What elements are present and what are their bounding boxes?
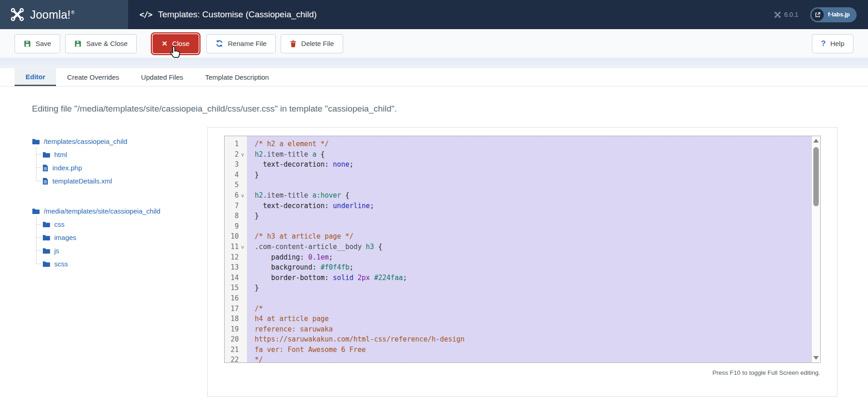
code-token-comment: fa ver: Font Awesome 6 Free — [255, 346, 366, 354]
line-number: 4 — [225, 170, 240, 180]
help-button[interactable]: ? Help — [812, 34, 853, 53]
tree-folder-item[interactable]: js — [42, 244, 207, 257]
scrollbar-thumb[interactable] — [813, 147, 819, 206]
code-line: reference: saruwaka — [247, 324, 812, 335]
tab-create-overrides[interactable]: Create Overrides — [56, 68, 130, 86]
fold-spacer — [240, 262, 247, 273]
code-line: */ — [247, 355, 812, 362]
code-token-number: 0.1em — [308, 253, 329, 261]
code-token-qualifier: .item-title — [263, 150, 308, 158]
gutter-row: 10 — [225, 231, 247, 242]
gutter-row: 17 — [225, 304, 247, 314]
code-token-hex: #224faa — [374, 274, 403, 282]
line-number: 10 — [225, 231, 240, 242]
save-and-close-button[interactable]: Save & Close — [65, 34, 137, 53]
tab-updated-files[interactable]: Updated Files — [130, 68, 195, 86]
code-token-plain — [362, 243, 366, 251]
gutter-row: 19 — [225, 324, 247, 335]
gutter-row: 8 — [225, 211, 247, 221]
tree-children: cssimagesjsscss — [32, 218, 207, 270]
fold-spacer — [240, 139, 247, 149]
folder-icon — [42, 260, 50, 267]
code-token-plain: { — [316, 150, 324, 158]
save-button[interactable]: Save — [15, 34, 60, 53]
line-number: 1 — [225, 139, 240, 149]
site-name: f-labs.jp — [828, 11, 850, 18]
editor-code-area[interactable]: /* h2 a element */h2.item-title a { text… — [247, 136, 812, 362]
code-token-comment: h4 at article page — [255, 315, 329, 323]
brand-text: Joomla!® — [30, 8, 75, 21]
code-token-plain: } — [255, 212, 259, 220]
rename-file-button[interactable]: Rename File — [206, 34, 276, 53]
scrollbar-down-arrow-icon[interactable] — [813, 356, 819, 360]
folder-icon — [42, 151, 50, 158]
code-token-plain: ; — [349, 160, 354, 168]
fold-spacer — [240, 334, 247, 345]
scrollbar-up-arrow-icon[interactable] — [813, 139, 819, 143]
tree-folder-item[interactable]: /media/templates/site/cassiopeia_child — [32, 204, 207, 218]
fullscreen-hint: Press F10 to toggle Full Screen editing. — [225, 369, 820, 376]
trash-icon — [290, 40, 297, 47]
gutter-row: 7 — [225, 201, 247, 211]
tree-folder-item[interactable]: html — [42, 148, 207, 161]
code-line: fa ver: Font Awesome 6 Free — [247, 345, 812, 355]
code-line: } — [247, 283, 812, 293]
tab-template-description[interactable]: Template Description — [194, 68, 280, 86]
fold-chevron-icon[interactable]: v — [240, 149, 247, 160]
code-icon: </> — [139, 10, 152, 19]
tree-folder-item[interactable]: scss — [42, 257, 207, 270]
code-token-tag: h2 — [255, 191, 263, 199]
line-number: 17 — [225, 304, 240, 314]
button-label: Save & Close — [86, 40, 128, 47]
code-token-property: text-decoration: — [255, 160, 333, 168]
delete-file-button[interactable]: Delete File — [281, 34, 343, 53]
save-icon — [74, 40, 82, 47]
fold-spacer — [240, 231, 247, 242]
tab-strip: EditorCreate OverridesUpdated FilesTempl… — [0, 68, 868, 87]
fold-chevron-icon[interactable]: v — [240, 242, 247, 252]
close-x-icon: ✕ — [162, 40, 168, 48]
code-token-plain: ; — [403, 274, 407, 282]
fold-spacer — [240, 180, 247, 190]
code-line — [247, 293, 812, 304]
fold-spacer — [240, 324, 247, 335]
tree-item-label: css — [54, 220, 65, 228]
tree-file-item[interactable]: templateDetails.xml — [42, 174, 207, 188]
tree-item-label: /templates/cassiopeia_child — [44, 138, 127, 145]
code-token-atom: underline — [333, 202, 370, 210]
tree-folder-item[interactable]: images — [42, 231, 207, 244]
tree-folder-item[interactable]: css — [42, 218, 207, 231]
tab-editor[interactable]: Editor — [15, 68, 56, 86]
external-link-icon — [812, 9, 824, 21]
fold-spacer — [240, 252, 247, 263]
tree-folder-item[interactable]: /templates/cassiopeia_child — [32, 135, 207, 148]
tree-file-item[interactable]: index.php — [42, 161, 207, 174]
gutter-row: 9 — [225, 221, 247, 232]
code-line: border-bottom: solid 2px #224faa; — [247, 273, 812, 283]
code-token-comment: /* — [255, 305, 263, 313]
code-token-plain — [354, 274, 358, 282]
line-number: 7 — [225, 201, 240, 211]
code-token-property: padding: — [255, 253, 308, 261]
site-preview-button[interactable]: f-labs.jp — [810, 7, 857, 22]
toolbar-buttons: SaveSave & Close✕CloseRename FileDelete … — [15, 34, 812, 53]
fold-chevron-icon[interactable]: v — [240, 190, 247, 201]
top-header: Joomla!® </> Templates: Customise (Cassi… — [0, 0, 868, 29]
editor-scrollbar[interactable] — [812, 136, 820, 362]
code-token-plain: } — [255, 171, 259, 179]
gutter-row: 12 — [225, 252, 247, 263]
code-token-plain: ; — [349, 263, 354, 271]
tree-item-label: scss — [54, 260, 68, 268]
version-text: 6.0.1 — [784, 11, 798, 18]
code-editor[interactable]: 12v3456v7891011v1213141516171819202122 /… — [225, 136, 820, 362]
line-number: 8 — [225, 211, 240, 221]
gutter-row: 20 — [225, 334, 247, 345]
tree-item-label: html — [54, 151, 67, 158]
code-line: } — [247, 211, 812, 221]
line-number: 20 — [225, 334, 240, 345]
close-button[interactable]: ✕Close — [153, 34, 199, 53]
code-token-plain: } — [255, 284, 259, 292]
code-token-comment: /* h2 a element */ — [255, 140, 329, 148]
question-icon: ? — [821, 39, 826, 48]
folder-icon — [32, 208, 40, 214]
